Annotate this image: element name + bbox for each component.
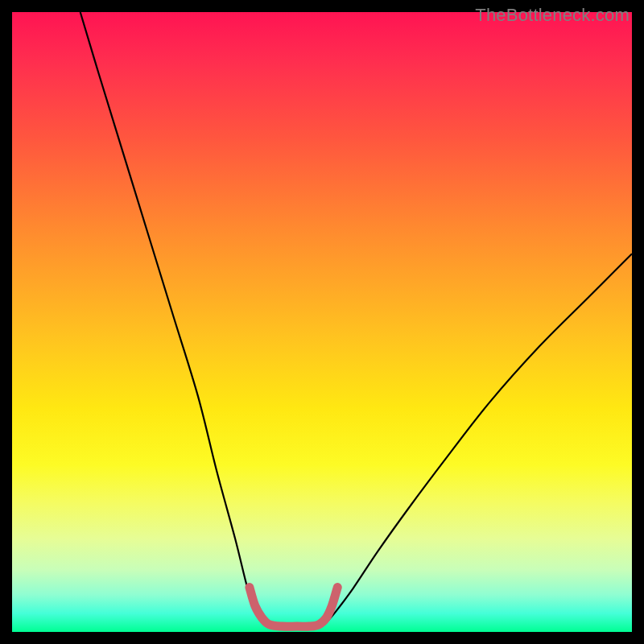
curve-left: [80, 12, 264, 625]
chart-plot-area: [12, 12, 632, 632]
curve-right: [324, 254, 632, 624]
watermark-text: TheBottleneck.com: [475, 5, 630, 26]
chart-svg: [12, 12, 632, 632]
chart-stage: TheBottleneck.com: [0, 0, 644, 644]
curve-bottom-highlight: [250, 588, 337, 627]
